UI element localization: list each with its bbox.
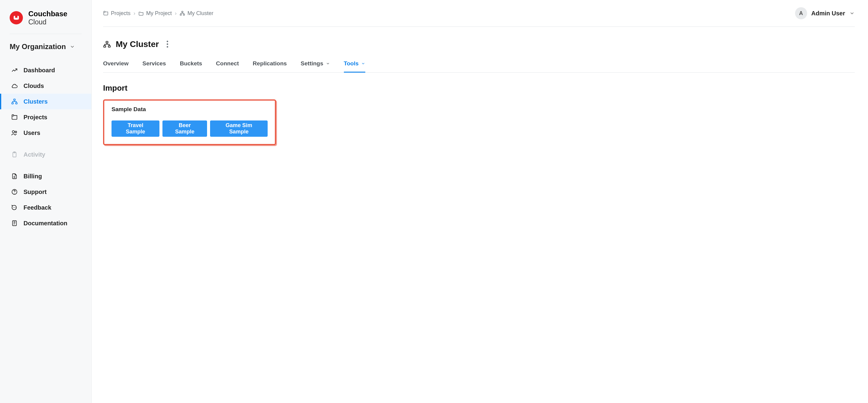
brand-logo-mark xyxy=(10,11,23,24)
avatar: A xyxy=(795,7,807,19)
tab-label: Buckets xyxy=(180,60,202,67)
breadcrumb-item-projects[interactable]: Projects xyxy=(103,10,130,16)
user-menu[interactable]: A Admin User xyxy=(795,7,855,19)
sidebar-item-label: Activity xyxy=(24,151,45,158)
book-icon xyxy=(11,220,18,227)
folder-icon xyxy=(138,10,144,16)
projects-icon xyxy=(11,113,18,121)
sidebar-item-label: Projects xyxy=(24,114,47,121)
chevron-down-icon xyxy=(849,10,855,16)
sidebar-item-dashboard[interactable]: Dashboard xyxy=(0,62,91,78)
breadcrumb-item-my-project[interactable]: My Project xyxy=(138,10,172,16)
clipboard-icon xyxy=(11,151,18,158)
brand-line2: Cloud xyxy=(28,18,67,26)
breadcrumb-label: My Cluster xyxy=(187,10,213,16)
tab-replications[interactable]: Replications xyxy=(253,57,287,73)
tab-label: Replications xyxy=(253,60,287,67)
tab-settings[interactable]: Settings xyxy=(301,57,330,73)
sidebar-item-label: Clusters xyxy=(24,98,48,105)
tab-buckets[interactable]: Buckets xyxy=(180,57,202,73)
svg-rect-19 xyxy=(180,14,182,15)
chevron-right-icon: › xyxy=(175,10,177,16)
sample-data-panel: Sample Data Travel Sample Beer Sample Ga… xyxy=(103,99,276,145)
brand-logo[interactable]: Couchbase Cloud xyxy=(10,6,82,34)
game-sim-sample-button[interactable]: Game Sim Sample xyxy=(210,121,268,137)
sidebar-item-documentation[interactable]: Documentation xyxy=(0,215,91,231)
tab-connect[interactable]: Connect xyxy=(216,57,239,73)
chevron-down-icon xyxy=(361,62,365,66)
sidebar-item-label: Documentation xyxy=(24,220,67,227)
svg-rect-21 xyxy=(106,41,108,43)
panel-title: Sample Data xyxy=(112,106,268,113)
svg-point-12 xyxy=(14,207,15,208)
sidebar-item-projects[interactable]: Projects xyxy=(0,109,91,125)
section-title: Import xyxy=(103,83,855,93)
help-circle-icon xyxy=(11,188,18,196)
svg-rect-1 xyxy=(12,103,13,104)
more-actions-button[interactable] xyxy=(164,39,170,49)
sample-buttons-row: Travel Sample Beer Sample Game Sim Sampl… xyxy=(112,121,268,137)
cluster-icon xyxy=(11,98,18,105)
tab-label: Tools xyxy=(344,60,359,67)
file-text-icon xyxy=(11,173,18,180)
organization-picker[interactable]: My Organization xyxy=(0,34,91,59)
sidebar-item-label: Users xyxy=(24,130,40,136)
svg-point-3 xyxy=(12,131,14,133)
breadcrumb: Projects › My Project › My Cluster xyxy=(103,10,213,16)
users-icon xyxy=(11,129,18,136)
main-content: Projects › My Project › My Cluster A Adm… xyxy=(92,0,868,403)
svg-point-4 xyxy=(15,131,17,133)
sidebar-item-clouds[interactable]: Clouds xyxy=(0,78,91,94)
svg-point-10 xyxy=(14,193,14,193)
chevron-down-icon xyxy=(70,44,75,49)
topbar: Projects › My Project › My Cluster A Adm… xyxy=(103,7,855,27)
sidebar-item-billing[interactable]: Billing xyxy=(0,168,91,184)
sidebar-item-label: Dashboard xyxy=(24,67,55,74)
tabs: Overview Services Buckets Connect Replic… xyxy=(103,57,855,73)
sidebar-item-support[interactable]: Support xyxy=(0,184,91,200)
sidebar-item-label: Feedback xyxy=(24,204,51,211)
page-title: My Cluster xyxy=(116,39,159,49)
svg-rect-18 xyxy=(182,11,183,12)
chart-line-icon xyxy=(11,67,18,74)
sidebar-item-label: Support xyxy=(24,189,47,196)
sidebar-item-feedback[interactable]: Feedback xyxy=(0,200,91,215)
svg-point-11 xyxy=(13,207,13,208)
sidebar: Couchbase Cloud My Organization Dashboar… xyxy=(0,0,92,403)
organization-name: My Organization xyxy=(10,42,66,51)
cloud-icon xyxy=(11,82,18,90)
sidebar-item-label: Billing xyxy=(24,173,42,180)
tab-label: Settings xyxy=(301,60,323,67)
cluster-icon xyxy=(103,40,111,48)
travel-sample-button[interactable]: Travel Sample xyxy=(112,121,159,137)
cluster-icon xyxy=(180,10,185,16)
breadcrumb-item-my-cluster[interactable]: My Cluster xyxy=(180,10,213,16)
svg-rect-20 xyxy=(183,14,185,15)
svg-rect-23 xyxy=(108,45,110,47)
brand-line1: Couchbase xyxy=(28,10,67,18)
svg-rect-22 xyxy=(104,45,106,47)
user-name: Admin User xyxy=(811,10,845,17)
chevron-right-icon: › xyxy=(133,10,135,16)
tab-label: Connect xyxy=(216,60,239,67)
tab-overview[interactable]: Overview xyxy=(103,57,129,73)
sidebar-nav: Dashboard Clouds Clusters Projects Users xyxy=(0,62,91,231)
sidebar-item-clusters[interactable]: Clusters xyxy=(0,94,91,109)
sidebar-item-users[interactable]: Users xyxy=(0,125,91,141)
sidebar-item-activity: Activity xyxy=(0,147,91,162)
svg-point-13 xyxy=(16,207,16,208)
breadcrumb-label: My Project xyxy=(146,10,172,16)
brand-logo-text: Couchbase Cloud xyxy=(28,10,67,26)
tab-label: Overview xyxy=(103,60,129,67)
projects-icon xyxy=(103,10,108,16)
beer-sample-button[interactable]: Beer Sample xyxy=(162,121,207,137)
tab-tools[interactable]: Tools xyxy=(344,57,365,73)
svg-rect-2 xyxy=(16,103,17,104)
chevron-down-icon xyxy=(326,62,330,66)
tab-services[interactable]: Services xyxy=(143,57,166,73)
message-circle-icon xyxy=(11,204,18,211)
breadcrumb-label: Projects xyxy=(111,10,130,16)
page-header: My Cluster xyxy=(103,39,855,49)
svg-rect-0 xyxy=(13,99,16,101)
tab-label: Services xyxy=(143,60,166,67)
